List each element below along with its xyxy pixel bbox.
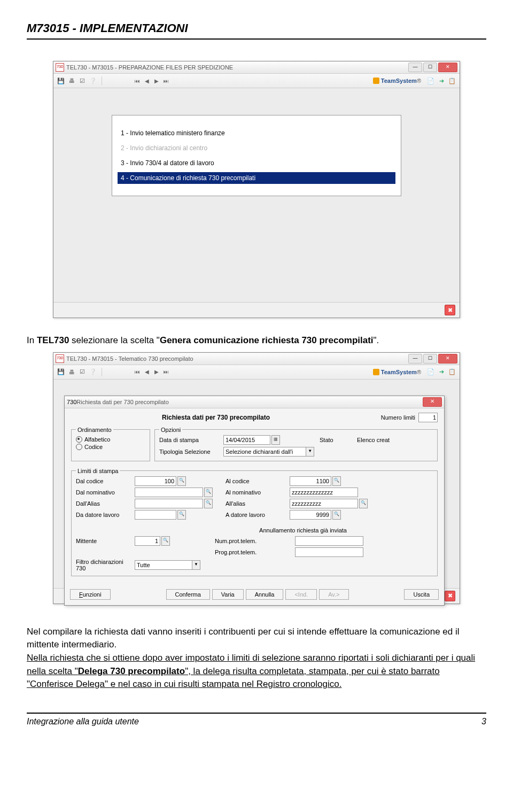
num-prot-label: Num.prot.telem. <box>215 538 290 544</box>
doc-icon[interactable]: 📄 <box>426 76 435 85</box>
nav-prev-icon[interactable]: ◀ <box>143 78 151 84</box>
save-icon[interactable]: 💾 <box>57 76 65 85</box>
menu-panel: 1 - Invio telematico ministero finanze 2… <box>112 115 401 196</box>
limiti-legend: Limiti di stampa <box>76 468 120 474</box>
close-button[interactable]: ✕ <box>438 63 457 72</box>
dall-alias-input[interactable] <box>135 499 203 508</box>
window-telematico: 730 TEL730 - M73015 - Telematico 730 pre… <box>53 352 460 604</box>
annulla-button[interactable]: Annulla <box>246 589 284 600</box>
calendar-icon[interactable]: ▦ <box>271 435 280 445</box>
lookup-icon[interactable]: 🔍 <box>332 510 341 520</box>
brand-logo: TeamSystem® <box>373 369 421 375</box>
minimize-button[interactable]: — <box>408 354 422 364</box>
chevron-down-icon[interactable]: ▼ <box>306 447 314 457</box>
page-number: 3 <box>481 717 486 726</box>
maximize-button[interactable]: ☐ <box>423 63 437 72</box>
nav-last-icon[interactable]: ⏭ <box>162 369 170 375</box>
window-title-text: TEL730 - M73015 - PREPARAZIONE FILES PER… <box>66 64 408 71</box>
doc-icon[interactable]: 📄 <box>426 368 435 376</box>
al-nominativo-label: Al nominativo <box>226 489 284 496</box>
menu-item-1[interactable]: 1 - Invio telematico ministero finanze <box>118 127 395 139</box>
lookup-icon[interactable]: 🔍 <box>161 536 170 546</box>
help-icon[interactable]: ❔ <box>89 76 97 85</box>
funzioni-button[interactable]: Funzioni <box>70 589 111 600</box>
data-stampa-input[interactable] <box>223 435 270 445</box>
opzioni-legend: Opzioni <box>159 427 182 433</box>
save-icon[interactable]: 💾 <box>57 368 65 376</box>
al-nominativo-input[interactable] <box>290 488 358 497</box>
filtro-value[interactable] <box>135 560 192 570</box>
radio-alfabetico[interactable]: Alfabetico <box>76 436 145 443</box>
prog-prot-input[interactable] <box>295 547 363 557</box>
arrow-right-icon[interactable]: ➔ <box>437 76 446 85</box>
num-prot-input[interactable] <box>295 536 363 546</box>
nav-first-icon[interactable]: ⏮ <box>133 369 142 375</box>
radio-codice[interactable]: Codice <box>76 444 145 450</box>
lookup-icon[interactable]: 🔍 <box>204 499 213 508</box>
dal-nominativo-input[interactable] <box>135 488 203 497</box>
menu-item-2: 2 - Invio dichiarazioni al centro <box>118 142 395 154</box>
prog-prot-label: Prog.prot.telem. <box>215 549 290 555</box>
page-footer: Integrazione alla guida utente 3 <box>27 713 486 726</box>
stato-label: Stato <box>320 437 352 443</box>
dal-codice-input[interactable] <box>135 476 176 486</box>
lookup-icon[interactable]: 🔍 <box>332 476 341 486</box>
elenco-label: Elenco creat <box>357 437 421 443</box>
minimize-button[interactable]: — <box>408 63 422 72</box>
doc2-icon[interactable]: 📋 <box>448 368 456 376</box>
record-nav: ⏮ ◀ ▶ ⏭ <box>133 78 170 84</box>
ordinamento-legend: Ordinamento <box>76 427 113 433</box>
mittente-input[interactable] <box>135 536 160 546</box>
all-alias-label: All'alias <box>226 500 284 507</box>
numero-limiti-input[interactable] <box>418 413 438 422</box>
settings-icon[interactable]: ☑ <box>78 76 87 85</box>
help-icon[interactable]: ❔ <box>89 368 97 376</box>
app-icon: 730 <box>56 63 64 72</box>
ordinamento-fieldset: Ordinamento Alfabetico Codice <box>71 427 150 461</box>
nav-next-icon[interactable]: ▶ <box>152 78 161 84</box>
exit-icon[interactable]: ✖ <box>445 305 455 315</box>
av-button: Av.> <box>319 589 348 600</box>
menu-item-4[interactable]: 4 - Comunicazione di richiesta 730 preco… <box>118 172 395 184</box>
close-button[interactable]: ✕ <box>438 354 457 364</box>
dialog-richiesta: 730 Richiesta dati per 730 precompilato … <box>64 396 445 606</box>
menu-item-3[interactable]: 3 - Invio 730/4 al datore di lavoro <box>118 157 395 169</box>
varia-button[interactable]: Varia <box>212 589 244 600</box>
titlebar: 730 TEL730 - M73015 - PREPARAZIONE FILES… <box>53 61 460 74</box>
lookup-icon[interactable]: 🔍 <box>177 510 186 520</box>
print-icon[interactable]: 🖶 <box>67 368 76 376</box>
dialog-icon: 730 <box>67 399 76 405</box>
nav-last-icon[interactable]: ⏭ <box>162 78 170 84</box>
lookup-icon[interactable]: 🔍 <box>204 488 213 497</box>
filtro-dropdown[interactable]: ▼ <box>135 560 209 570</box>
window-controls: — ☐ ✕ <box>408 354 457 364</box>
radio-alfabetico-label: Alfabetico <box>84 436 110 443</box>
conferma-button[interactable]: Conferma <box>166 589 210 600</box>
lookup-icon[interactable]: 🔍 <box>177 476 186 486</box>
nav-first-icon[interactable]: ⏮ <box>133 78 142 84</box>
arrow-right-icon[interactable]: ➔ <box>437 368 446 376</box>
da-datore-input[interactable] <box>135 510 176 520</box>
all-alias-input[interactable] <box>290 499 358 508</box>
tipologia-value[interactable] <box>223 447 306 457</box>
tipologia-dropdown[interactable]: ▼ <box>223 447 314 457</box>
uscita-button[interactable]: Uscita <box>404 589 439 600</box>
exit-icon[interactable]: ✖ <box>445 591 455 601</box>
a-datore-input[interactable] <box>290 510 331 520</box>
lookup-icon[interactable]: 🔍 <box>359 499 368 508</box>
da-datore-label: Da datore lavoro <box>76 512 129 518</box>
nav-next-icon[interactable]: ▶ <box>152 369 161 375</box>
title-divider <box>27 38 486 40</box>
chevron-down-icon[interactable]: ▼ <box>192 560 200 570</box>
record-nav: ⏮ ◀ ▶ ⏭ <box>133 369 170 375</box>
maximize-button[interactable]: ☐ <box>423 354 437 364</box>
brand-square-icon <box>373 369 379 375</box>
doc2-icon[interactable]: 📋 <box>448 76 456 85</box>
dialog-close-button[interactable]: ✕ <box>423 397 442 407</box>
print-icon[interactable]: 🖶 <box>67 76 76 85</box>
al-codice-input[interactable] <box>290 476 331 486</box>
nav-prev-icon[interactable]: ◀ <box>143 369 151 375</box>
a-datore-label: A datore lavoro <box>226 512 284 518</box>
caption-1: In TEL730 selezionare la scelta "Genera … <box>27 334 486 347</box>
settings-icon[interactable]: ☑ <box>78 368 87 376</box>
